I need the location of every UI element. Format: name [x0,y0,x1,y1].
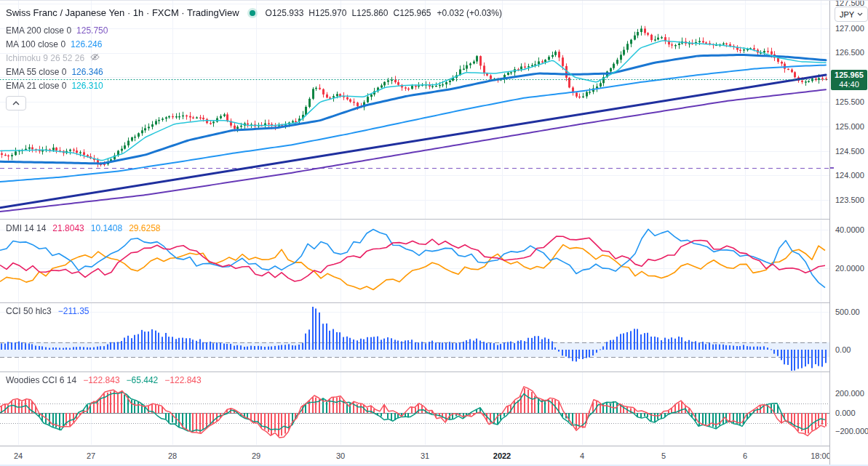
indicator-value: 10.1408 [91,223,122,233]
legend-row-ema-55-close-0[interactable]: EMA 55 close 0126.346 [6,66,103,78]
legend-row-ema-200-close-0[interactable]: EMA 200 close 0125.750 [6,25,108,36]
last-price-value: 125.965 [831,70,867,80]
indicator-value: −122.843 [83,375,119,385]
ohlc-value: 125.933 [272,8,303,18]
price-axis-label: 126.500 [835,48,864,57]
market-status-dot[interactable] [250,10,255,16]
time-axis-label: 29 [252,451,260,460]
price-axis-label: 0.000 [835,409,856,417]
time-axis-label: 4 [580,451,584,460]
ohlc-pair: C125.965 [393,8,431,18]
indicator-value: 21.8043 [52,223,84,233]
price-axis-label: 124.500 [835,147,864,156]
main-pane-legend: Swiss Franc / Japanese Yen · 1h · FXCM ·… [6,7,502,18]
candle-countdown: 44:40 [831,80,867,89]
indicator-value: 126.246 [71,39,102,49]
price-axis-label: −200.000 [835,427,868,435]
tradingview-chart-window: Swiss Franc / Japanese Yen · 1h · FXCM ·… [0,0,868,466]
price-axis-label: 0.00 [835,345,851,354]
time-axis-label: 30 [336,451,345,460]
time-axis-labels: 242728293031202245618:00 [0,446,829,466]
ohlc-pair: H125.970 [308,8,346,18]
time-axis-label: 18:00 [811,451,829,460]
woodies-legend[interactable]: Woodies CCI 6 14−122.843−65.442−122.843 [6,375,202,385]
price-axis-label: 123.500 [835,196,864,204]
currency-label: JPY [840,10,854,19]
ohlc-pair: L125.860 [351,8,388,18]
price-axis-label: 200.000 [835,389,864,398]
indicator-value: −122.843 [164,375,201,385]
time-axis-label: 2022 [493,451,511,460]
price-axis[interactable]: JPY 125.965 44:40 127.500127.000126.5001… [829,1,868,466]
currency-toggle-button[interactable]: JPY [835,7,868,22]
level-axis-tick [830,167,834,169]
indicator-value: 29.6258 [129,223,160,233]
legend-row-ichimoku-9-26-52-26[interactable]: Ichimoku 9 26 52 26 [6,52,100,64]
time-axis-label: 31 [421,451,429,460]
ohlc-letter: O [266,8,272,18]
indicator-label: MA 100 close 0 [6,39,65,49]
symbol-title-row[interactable]: Swiss Franc / Japanese Yen · 1h · FXCM ·… [6,7,502,18]
indicator-value: −211.35 [58,306,89,316]
price-axis-label: 500.00 [835,308,860,316]
price-axis-label: 40.0000 [835,225,864,234]
legend-row-ema-21-close-0[interactable]: EMA 21 close 0126.310 [6,80,103,92]
chevron-down-icon [857,12,863,16]
time-axis-label: 28 [168,451,177,460]
ohlc-letter: H [308,8,315,18]
indicator-value: 126.310 [71,81,103,91]
price-axis-label: 125.500 [835,97,864,106]
indicator-value: −65.442 [127,375,159,385]
time-axis-label: 27 [87,451,95,460]
indicator-label: DMI 14 14 [6,223,46,233]
ohlc-value: 125.860 [357,8,388,18]
indicator-label: EMA 55 close 0 [6,67,66,77]
indicator-value: 125.750 [76,25,108,36]
ohlc-values: O125.933H125.970L125.860C125.965 [266,8,431,18]
price-change: +0.032 (+0.03%) [437,8,502,18]
legend-row-ma-100-close-0[interactable]: MA 100 close 0126.246 [6,39,102,50]
indicator-label: EMA 21 close 0 [6,81,66,91]
indicator-label: Ichimoku 9 26 52 26 [6,53,84,63]
eye-off-icon[interactable] [89,52,100,62]
last-price-badge: 125.965 44:40 [831,70,867,90]
dmi-legend[interactable]: DMI 14 1421.804310.140829.6258 [6,223,161,233]
time-axis-label: 5 [661,451,666,460]
indicator-value: 126.346 [71,67,103,77]
price-axis-label: 127.000 [835,24,864,33]
indicator-label: Woodies CCI 6 14 [6,375,76,385]
ohlc-value: 125.965 [399,8,431,18]
indicator-label: EMA 200 close 0 [6,25,71,36]
price-axis-label: 127.500 [835,0,864,7]
ohlc-value: 125.970 [315,8,346,18]
price-axis-label: 125.000 [835,122,864,131]
collapse-indicators-button[interactable] [6,96,26,111]
cci-legend[interactable]: CCI 50 hlc3−211.35 [6,306,89,316]
time-axis-label: 24 [14,451,23,460]
price-axis-label: 20.0000 [835,264,864,273]
ohlc-pair: O125.933 [266,8,304,18]
time-axis-label: 6 [743,451,747,460]
time-axis[interactable]: 242728293031202245618:00 ⚙ [0,446,868,466]
price-axis-label: 124.000 [835,171,864,180]
indicator-label: CCI 50 hlc3 [6,306,52,316]
ohlc-letter: C [393,8,399,18]
chevron-up-icon [12,101,20,105]
symbol-title: Swiss Franc / Japanese Yen · 1h · FXCM ·… [6,7,239,18]
